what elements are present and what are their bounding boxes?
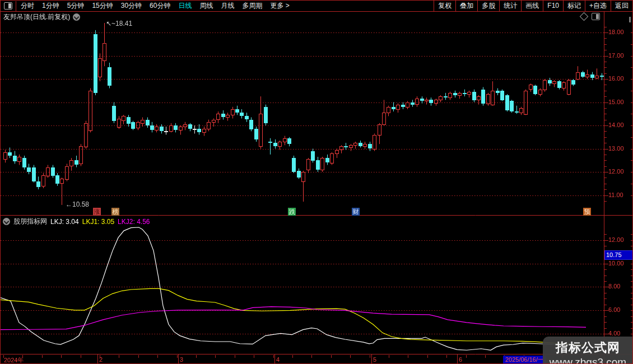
split-panel-icon[interactable] — [592, 13, 600, 20]
y-axis-label: 11.00 — [608, 192, 623, 198]
scrollbar-nub[interactable] — [629, 17, 631, 22]
watermark-url: www.zbgs3.com — [550, 356, 626, 364]
indicator-axis-label: 12.00 — [608, 236, 624, 243]
top-toolbar: 分时 1分钟 5分钟 15分钟 30分钟 60分钟 日线 周线 月线 多周期 更… — [1, 1, 632, 12]
low-price-label: ←10.58 — [66, 200, 89, 208]
collapse-chevron-icon[interactable] — [3, 218, 10, 225]
indicator-value-lkj: LKJ: 3.04 — [50, 218, 79, 226]
menu-item-5min[interactable]: 5分钟 — [67, 1, 85, 11]
watermark-title: 指标公式网 — [556, 339, 620, 356]
event-badge-fall[interactable]: 跌 — [288, 208, 296, 216]
tool-menu: 复权 叠加 多股 统计 画线 F10 标记 +自选 返回 — [434, 1, 632, 11]
menu-item-f10[interactable]: F10 — [543, 1, 563, 11]
menu-item-60min[interactable]: 60分钟 — [150, 1, 170, 11]
layout-panel-icon[interactable] — [4, 2, 12, 10]
y-axis-label: 15.00 — [608, 99, 624, 105]
x-axis-label-month: 6 — [459, 356, 462, 363]
menu-item-1min[interactable]: 1分钟 — [42, 1, 59, 11]
axis-value-marker: 10.75 — [604, 250, 633, 260]
event-badge-rise[interactable]: 涨 — [93, 208, 101, 216]
menu-item-daily[interactable]: 日线 — [178, 1, 192, 11]
y-axis-label: 13.00 — [608, 145, 624, 152]
menu-item-mark[interactable]: 标记 — [563, 1, 585, 11]
indicator-axis-label: 8.00 — [608, 283, 620, 290]
y-axis-label: 12.00 — [608, 168, 624, 175]
menu-item-30min[interactable]: 30分钟 — [121, 1, 142, 11]
menu-item-fuquan[interactable]: 复权 — [434, 1, 455, 11]
menu-item-multistock[interactable]: 多股 — [477, 1, 499, 11]
y-axis-label: 18.00 — [608, 29, 624, 35]
app-window: 分时 1分钟 5分钟 15分钟 30分钟 60分钟 日线 周线 月线 多周期 更… — [0, 0, 633, 364]
indicator-value-lkj1: LKJ1: 3.05 — [82, 218, 114, 226]
event-badge-list[interactable]: 榜 — [111, 208, 119, 216]
y-axis-label: 14.00 — [608, 122, 624, 128]
indicator-axis-label: 10.00 — [608, 260, 624, 267]
indicator-axis-label: 6.00 — [608, 306, 620, 313]
x-axis-label-month: 5 — [373, 356, 376, 363]
menu-item-monthly[interactable]: 月线 — [221, 1, 234, 11]
menu-item-back[interactable]: 返回 — [611, 1, 632, 11]
indicator-value-lkj2: LKJ2: 4.56 — [118, 218, 150, 226]
x-axis-label-month: 4 — [276, 356, 280, 363]
diamond-icon[interactable] — [580, 12, 589, 21]
menu-item-stats[interactable]: 统计 — [499, 1, 521, 11]
period-menu: 分时 1分钟 5分钟 15分钟 30分钟 60分钟 日线 周线 月线 多周期 更… — [21, 1, 290, 11]
menu-item-15min[interactable]: 15分钟 — [92, 1, 113, 11]
indicator-header: 股朋指标网 LKJ: 3.04 LKJ1: 3.05 LKJ2: 4.56 — [3, 217, 150, 226]
menu-item-fenshi[interactable]: 分时 — [21, 1, 34, 11]
y-axis-label: 16.00 — [608, 75, 624, 82]
menu-item-add-watchlist[interactable]: +自选 — [585, 1, 611, 11]
toolbar-divider — [16, 1, 16, 11]
chart-canvas[interactable] — [1, 1, 633, 364]
indicator-source: 股朋指标网 — [13, 217, 47, 226]
event-badge-forecast[interactable]: 预 — [583, 208, 591, 216]
watermark: 指标公式网 www.zbgs3.com — [543, 337, 633, 364]
chart-title-row: 友邦吊顶(日线.前复权) — [3, 12, 80, 22]
title-row-icons — [581, 13, 600, 20]
menu-item-overlay[interactable]: 叠加 — [455, 1, 477, 11]
stock-title: 友邦吊顶(日线.前复权) — [3, 12, 70, 22]
x-axis-label-month: 2 — [99, 356, 103, 363]
x-axis-label-year: 2024年 — [4, 356, 24, 364]
high-price-label: ↖~18.41 — [106, 20, 132, 27]
menu-item-weekly[interactable]: 周线 — [199, 1, 213, 11]
chevron-down-icon[interactable] — [73, 13, 80, 21]
menu-item-drawline[interactable]: 画线 — [521, 1, 543, 11]
current-date-box: 2025/06/16/一 — [503, 356, 546, 364]
x-axis-label-month: 3 — [180, 356, 183, 363]
y-axis-label: 17.00 — [608, 52, 624, 59]
menu-item-multiperiod[interactable]: 多周期 — [242, 1, 262, 11]
event-badge-finance[interactable]: 财 — [352, 208, 360, 216]
menu-item-more[interactable]: 更多 > — [270, 1, 289, 11]
indicator-axis-label: 4.00 — [608, 330, 620, 337]
